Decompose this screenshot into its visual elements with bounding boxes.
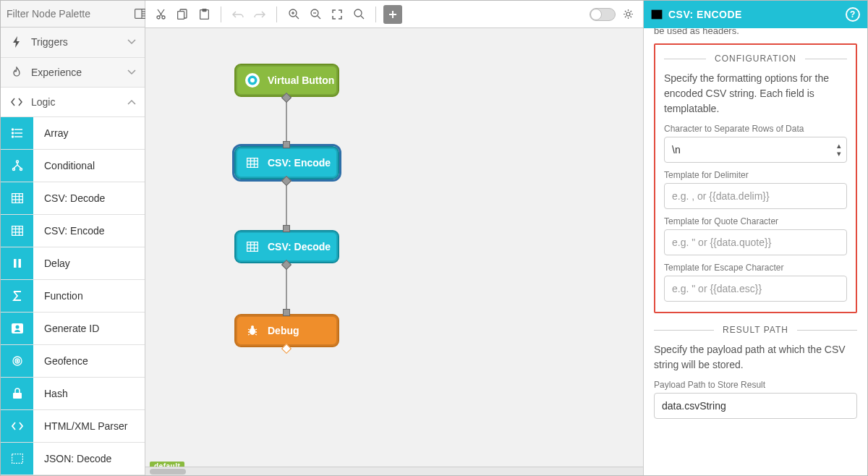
svg-point-49	[626, 12, 630, 16]
zoom-out-button[interactable]	[306, 5, 325, 24]
palette-item-conditional[interactable]: Conditional	[1, 150, 145, 182]
bug-icon	[244, 323, 260, 339]
svg-rect-32	[12, 454, 22, 464]
circle-dot-icon	[244, 72, 260, 88]
bolt-icon	[9, 36, 24, 48]
svg-rect-65	[652, 10, 663, 20]
inspector-panel: CSV: ENCODE ? be used as headers. CONFIG…	[643, 1, 867, 475]
palette-item-geofence[interactable]: Geofence	[1, 345, 145, 378]
result-description: Specify the payload path at which the CS…	[654, 342, 857, 373]
target-icon	[1, 345, 33, 377]
workflow-canvas[interactable]: Virtual Button CSV: Encode CSV: Decode D…	[145, 28, 643, 475]
palette-item-function[interactable]: Function	[1, 280, 145, 313]
table-icon	[244, 155, 260, 171]
svg-point-34	[162, 16, 165, 19]
branch-icon	[1, 150, 33, 182]
help-button[interactable]: ?	[846, 7, 860, 22]
redo-button[interactable]	[250, 5, 269, 24]
svg-point-63	[250, 328, 255, 335]
palette-layout-icon[interactable]	[135, 6, 146, 22]
node-csv-decode[interactable]: CSV: Decode	[234, 230, 339, 263]
field-label: Character to Separate Rows of Data	[664, 124, 847, 134]
code-icon	[9, 98, 24, 106]
svg-rect-19	[12, 226, 22, 236]
copy-button[interactable]	[173, 5, 192, 24]
svg-rect-24	[14, 259, 17, 268]
input-handle[interactable]	[283, 141, 290, 148]
quote-input[interactable]	[664, 229, 847, 255]
table-icon	[1, 215, 33, 247]
palette-filter-input[interactable]	[5, 4, 135, 24]
category-logic[interactable]: Logic	[1, 88, 145, 117]
svg-point-12	[12, 169, 14, 171]
connector	[286, 97, 287, 143]
canvas-scrollbar[interactable]	[145, 467, 643, 475]
configuration-section: CONFIGURATION Specify the formatting opt…	[654, 43, 857, 313]
config-description: Specify the formatting options for the e…	[664, 71, 847, 116]
palette-item-hash[interactable]: Hash	[1, 378, 145, 410]
palette-item-array[interactable]: Array	[1, 117, 145, 150]
field-label: Template for Delimiter	[664, 170, 847, 180]
svg-point-13	[20, 169, 22, 171]
svg-line-43	[318, 16, 320, 19]
svg-rect-14	[12, 194, 22, 203]
zoom-reset-button[interactable]	[349, 5, 368, 24]
connector	[286, 180, 287, 227]
table-icon	[244, 239, 260, 255]
category-triggers[interactable]: Triggers	[1, 27, 145, 57]
cut-button[interactable]	[151, 5, 170, 24]
category-label: Logic	[31, 96, 55, 108]
category-label: Triggers	[31, 36, 68, 48]
row-separator-select[interactable]	[664, 137, 847, 163]
section-heading: CONFIGURATION	[706, 54, 805, 64]
view-toggle[interactable]	[590, 8, 616, 21]
svg-point-52	[250, 78, 255, 82]
svg-rect-37	[203, 9, 206, 12]
chevron-down-icon	[127, 39, 136, 45]
svg-line-46	[361, 16, 364, 19]
svg-point-27	[15, 326, 19, 329]
svg-point-64	[251, 326, 254, 328]
field-label: Template for Escape Character	[664, 263, 847, 273]
lock-icon	[1, 378, 33, 409]
palette-item-csv-decode[interactable]: CSV: Decode	[1, 182, 145, 215]
svg-rect-53	[247, 158, 258, 168]
svg-point-9	[12, 132, 13, 134]
node-virtual-button[interactable]: Virtual Button	[234, 64, 339, 97]
palette-item-delay[interactable]: Delay	[1, 247, 145, 280]
category-experience[interactable]: Experience	[1, 58, 145, 88]
inspector-header: CSV: ENCODE ?	[644, 1, 867, 28]
field-label: Template for Quote Character	[664, 216, 847, 226]
svg-rect-35	[178, 12, 184, 20]
table-icon	[651, 9, 663, 20]
add-button[interactable]	[383, 5, 402, 24]
list-icon	[1, 117, 33, 149]
fit-button[interactable]	[328, 5, 346, 24]
undo-button[interactable]	[229, 5, 247, 24]
palette-item-json-decode[interactable]: JSON: Decode	[1, 443, 145, 475]
palette-item-html-xml-parser[interactable]: HTML/XML Parser	[1, 410, 145, 443]
svg-rect-25	[18, 259, 21, 268]
input-handle[interactable]	[283, 309, 290, 316]
settings-button[interactable]	[618, 5, 637, 24]
delimiter-input[interactable]	[664, 183, 847, 209]
palette-item-generate-id[interactable]: Generate ID	[1, 313, 145, 345]
svg-point-33	[157, 16, 160, 19]
chevron-up-icon	[127, 99, 136, 105]
canvas-toolbar	[145, 1, 643, 28]
result-path-input[interactable]	[654, 393, 857, 419]
node-csv-encode[interactable]: CSV: Encode	[234, 146, 339, 179]
node-debug[interactable]: Debug	[234, 314, 339, 347]
svg-point-10	[12, 136, 13, 137]
svg-point-45	[354, 9, 362, 17]
input-handle[interactable]	[283, 225, 290, 232]
sigma-icon	[1, 280, 33, 312]
palette-filter-row	[1, 1, 145, 27]
escape-input[interactable]	[664, 276, 847, 302]
svg-rect-58	[247, 242, 258, 252]
paste-button[interactable]	[195, 5, 213, 24]
palette-item-csv-encode[interactable]: CSV: Encode	[1, 215, 145, 247]
flame-icon	[9, 67, 24, 78]
zoom-in-button[interactable]	[284, 5, 303, 24]
connector	[286, 264, 287, 311]
